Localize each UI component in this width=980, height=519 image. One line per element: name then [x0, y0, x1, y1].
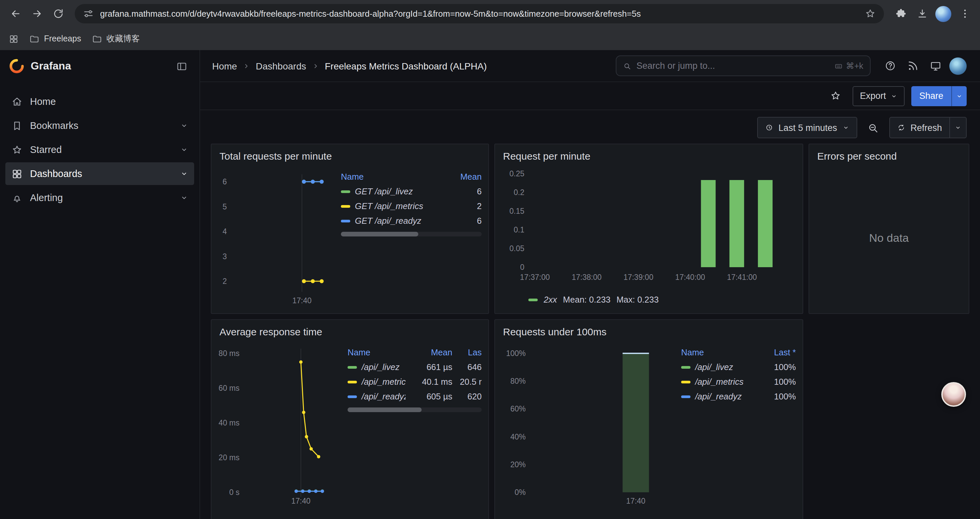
series-swatch [348, 380, 357, 383]
legend-scrollbar[interactable] [348, 407, 482, 412]
apps-icon [11, 168, 23, 179]
kiosk-mode-button[interactable] [925, 56, 945, 76]
breadcrumb-home[interactable]: Home [212, 61, 237, 71]
browser-menu-button[interactable] [955, 4, 975, 24]
chevron-down-icon [842, 124, 849, 131]
series-swatch [528, 298, 538, 301]
time-controls: Last 5 minutes Refresh [200, 110, 980, 138]
site-settings-icon[interactable] [83, 8, 94, 19]
svg-text:17:39:00: 17:39:00 [624, 273, 654, 281]
export-button[interactable]: Export [853, 86, 905, 106]
bookmark-freeleaps[interactable]: Freeleaps [29, 34, 81, 44]
extensions-button[interactable] [891, 4, 911, 24]
legend-value: 100% [761, 391, 796, 401]
legend-header-name[interactable]: Name [681, 347, 757, 357]
legend-header-mean[interactable]: Mean [410, 347, 452, 357]
user-avatar[interactable] [948, 56, 968, 76]
chevron-down-icon[interactable] [180, 194, 188, 202]
series-swatch [681, 395, 690, 398]
legend-header-name[interactable]: Name [341, 172, 443, 182]
avg-response-time-chart: 80 ms60 ms40 ms20 ms0 s17:40 [215, 339, 342, 514]
panel-title[interactable]: Total requests per minute [212, 144, 488, 164]
svg-text:0.05: 0.05 [509, 244, 524, 253]
profile-avatar-image [935, 6, 951, 22]
legend-header-mean[interactable]: Mean [447, 172, 482, 182]
svg-text:17:40: 17:40 [626, 497, 646, 505]
avatar [949, 57, 967, 75]
svg-text:17:40:00: 17:40:00 [675, 273, 705, 281]
legend-series[interactable]: 2xx [544, 295, 557, 305]
sidebar-item-home[interactable]: Home [5, 90, 194, 113]
legend-series[interactable]: GET /api/_livez [341, 186, 443, 196]
legend-header-name[interactable]: Name [348, 347, 406, 357]
chevron-down-icon[interactable] [180, 145, 188, 153]
refresh-interval-button[interactable] [949, 117, 967, 138]
dashboard-canvas: Last 5 minutes Refresh [200, 110, 980, 519]
svg-text:60%: 60% [510, 404, 526, 413]
svg-text:6: 6 [223, 177, 227, 186]
legend-series[interactable]: /api/_metrics [681, 377, 757, 387]
legend-header-last[interactable]: Las [456, 347, 482, 357]
help-button[interactable] [880, 56, 900, 76]
star-icon [11, 144, 23, 155]
svg-text:17:41:00: 17:41:00 [727, 273, 757, 281]
svg-text:5: 5 [223, 203, 227, 211]
bookmark-label: 收藏博客 [107, 33, 140, 45]
bookmark-blog[interactable]: 收藏博客 [92, 33, 140, 45]
legend-series[interactable]: /api/_readyz [348, 391, 406, 401]
scrollbar-thumb[interactable] [348, 407, 421, 412]
assistant-avatar[interactable] [941, 382, 966, 407]
legend-header-last[interactable]: Last * [761, 347, 796, 357]
panel-errors-per-second: Errors per second No data [808, 144, 969, 314]
svg-text:20%: 20% [510, 460, 526, 469]
refresh-button[interactable]: Refresh [889, 117, 950, 138]
panel-title[interactable]: Request per minute [495, 144, 803, 164]
downloads-button[interactable] [912, 4, 932, 24]
reload-button[interactable] [48, 4, 68, 24]
legend-series[interactable]: /api/_livez [348, 362, 406, 372]
apps-grid-icon[interactable] [9, 34, 19, 44]
legend-table: Name Last * /api/_livez 100% /api/_metri… [681, 347, 796, 519]
keyboard-icon [835, 62, 843, 70]
browser-profile-avatar[interactable] [933, 4, 953, 24]
svg-text:17:40: 17:40 [292, 296, 312, 305]
time-range-picker[interactable]: Last 5 minutes [757, 117, 857, 138]
svg-text:0.25: 0.25 [509, 169, 524, 178]
legend-series[interactable]: GET /api/_metrics [341, 201, 443, 211]
sidebar-toggle-button[interactable] [173, 58, 190, 75]
scrollbar-thumb[interactable] [341, 232, 418, 236]
share-button[interactable]: Share [911, 86, 951, 106]
panel-title[interactable]: Requests under 100ms [495, 320, 803, 339]
legend-max: Max: 0.233 [616, 295, 659, 305]
legend-series[interactable]: /api/_livez [681, 362, 757, 372]
svg-text:0%: 0% [515, 488, 526, 497]
sidebar-item-bookmarks[interactable]: Bookmarks [5, 114, 194, 137]
sidebar-item-dashboards[interactable]: Dashboards [5, 162, 194, 185]
legend-series[interactable]: /api/_readyz [681, 391, 757, 401]
chevron-down-icon[interactable] [180, 170, 188, 178]
forward-button[interactable] [27, 4, 47, 24]
sidebar-item-starred[interactable]: Starred [5, 138, 194, 161]
svg-text:17:38:00: 17:38:00 [572, 273, 602, 281]
search-placeholder: Search or jump to... [636, 61, 715, 71]
legend-series[interactable]: /api/_metrics [348, 377, 406, 387]
url-bar[interactable]: grafana.mathmast.com/d/deytv4rwavabkb/fr… [75, 4, 884, 23]
sidebar-item-alerting[interactable]: Alerting [5, 186, 194, 209]
news-button[interactable] [903, 56, 923, 76]
legend-series[interactable]: GET /api/_readyz [341, 216, 443, 226]
zoom-out-button[interactable] [862, 117, 884, 138]
legend-scrollbar[interactable] [341, 232, 482, 236]
back-button[interactable] [5, 4, 25, 24]
favorite-dashboard-button[interactable] [826, 86, 846, 106]
chevron-down-icon[interactable] [180, 121, 188, 129]
chevron-down-icon [955, 124, 961, 131]
bell-icon [11, 192, 23, 203]
search-input[interactable]: Search or jump to... ⌘+k [616, 56, 870, 76]
svg-text:80 ms: 80 ms [218, 349, 240, 358]
share-menu-button[interactable] [951, 86, 967, 106]
breadcrumb-dashboards[interactable]: Dashboards [256, 61, 306, 71]
url-text: grafana.mathmast.com/d/deytv4rwavabkb/fr… [100, 9, 859, 19]
panel-title[interactable]: Average response time [212, 320, 488, 339]
panel-title[interactable]: Errors per second [809, 144, 969, 164]
bookmark-star-icon[interactable] [865, 8, 876, 19]
